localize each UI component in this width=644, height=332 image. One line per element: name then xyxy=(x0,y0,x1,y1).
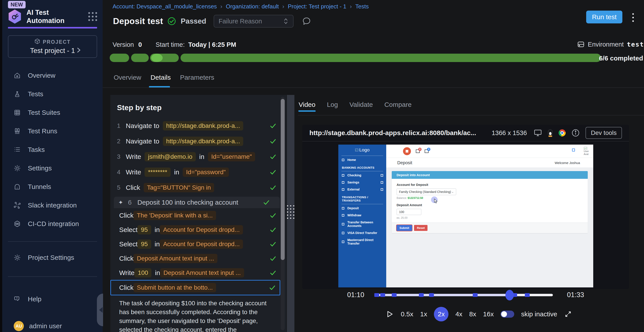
info-icon[interactable] xyxy=(572,129,580,137)
breadcrumb-link[interactable]: Tests xyxy=(355,3,369,10)
step-action-text: Click xyxy=(126,184,140,192)
step-action-text: in xyxy=(155,240,160,248)
comment-icon[interactable] xyxy=(302,16,312,26)
sidebar-item-label: Slack integration xyxy=(28,202,77,209)
sparkle-icon: ✦ xyxy=(118,199,123,206)
sidebar-item-test-runs[interactable]: Test Runs xyxy=(2,122,103,140)
step-target-chip: Deposit Amount text input ... xyxy=(134,254,218,263)
step-action-text: Click xyxy=(119,212,134,219)
video-tabs: VideoLogValidateCompare xyxy=(298,101,412,108)
breadcrumb-link[interactable]: Project: Test project - 1 xyxy=(288,3,346,10)
sidebar-item-tests[interactable]: Tests xyxy=(2,85,103,103)
monitor-icon xyxy=(534,129,542,137)
speed-button-2x[interactable]: 2x xyxy=(434,307,448,322)
environment-value: test xyxy=(627,40,644,48)
play-icon[interactable] xyxy=(386,310,394,318)
step-value-chip: http://stage.dbank.prod-a... xyxy=(163,121,244,130)
step-success-check-icon xyxy=(269,269,277,276)
sidebar-item-label: Test Runs xyxy=(28,127,57,135)
skip-inactive-toggle[interactable] xyxy=(500,310,514,318)
step-action-text: Click xyxy=(119,284,134,292)
timeline-total-time: 01:33 xyxy=(567,291,584,299)
sidebar-item-tunnels[interactable]: Tunnels xyxy=(2,178,103,196)
sidebar-item-test-suites[interactable]: Test Suites xyxy=(2,103,103,122)
step-value-chip: 95 xyxy=(138,240,151,249)
sidebar-item-settings[interactable]: Settings xyxy=(2,159,103,178)
speed-button-1x[interactable]: 1x xyxy=(420,310,427,318)
version-label: Version xyxy=(112,41,134,48)
sidebar-item-ci-cd-integration[interactable]: CI-CD integration xyxy=(2,214,103,233)
app-title: AI Test Automation xyxy=(26,8,70,25)
step-number: 2 xyxy=(117,138,126,145)
speed-button-8x[interactable]: 8x xyxy=(469,310,476,318)
apps-grid-icon[interactable] xyxy=(88,12,97,21)
panel-splitter[interactable] xyxy=(287,95,294,332)
video-stage[interactable]: LogoHomeBANKING ACCOUNTSCheckingSavingsE… xyxy=(302,142,629,288)
timeline-track[interactable] xyxy=(376,294,553,296)
scrollbar-thumb[interactable] xyxy=(281,99,285,260)
step-row[interactable]: Select95inAccount for Deposit dropd... xyxy=(110,222,286,237)
progress-segment-highlight xyxy=(151,54,163,62)
bank-window-icon: 0 xyxy=(425,150,428,153)
fullscreen-icon[interactable] xyxy=(564,310,572,318)
step-row[interactable]: Write100inDeposit Amount text input ... xyxy=(110,266,286,280)
user-menu[interactable]: AU admin user xyxy=(2,317,103,332)
tab-parameters[interactable]: Parameters xyxy=(180,74,214,81)
video-resolution: 1366 x 1536 xyxy=(492,129,527,137)
step-group-label: Deposit 100 into checking account xyxy=(137,199,238,206)
step-row[interactable]: ClickDeposit Amount text input ... xyxy=(110,251,286,266)
bank-sidebar: LogoHomeBANKING ACCOUNTSCheckingSavingsE… xyxy=(338,144,386,288)
breadcrumb-link[interactable]: Account: Devspace_all_module_licenses xyxy=(112,3,217,10)
step-row[interactable]: 3Writejsmith@demo.ioinId="username" xyxy=(110,149,286,164)
step-row[interactable]: 5ClickTag="BUTTON" Sign in xyxy=(110,180,286,195)
step-group-header[interactable]: ✦6Deposit 100 into checking account xyxy=(114,197,280,208)
bank-section-header: TRANSACTIONS / TRANSFERS xyxy=(338,193,386,204)
linux-icon xyxy=(548,129,553,136)
failure-reason-placeholder: Failure Reason xyxy=(218,18,262,25)
tab-overview[interactable]: Overview xyxy=(114,74,141,81)
gear-icon xyxy=(14,165,21,172)
project-selector[interactable]: PROJECT Test project - 1 xyxy=(8,35,97,58)
video-tab-video[interactable]: Video xyxy=(298,101,316,108)
balance-label: Balance: xyxy=(396,196,407,200)
deposit-amount-hint: ex. 25.00 xyxy=(396,216,583,220)
step-row[interactable]: ClickSubmit button at the botto... xyxy=(110,280,280,295)
video-tab-validate[interactable]: Validate xyxy=(349,101,373,108)
tab-details[interactable]: Details xyxy=(150,74,171,81)
step-row[interactable]: 4Write********inId="password" xyxy=(110,164,286,180)
step-success-check-icon xyxy=(269,168,277,176)
speed-button-4x[interactable]: 4x xyxy=(455,310,462,318)
step-row[interactable]: Select95inAccount for Deposit dropd... xyxy=(110,237,286,251)
speed-button-16x[interactable]: 16x xyxy=(483,310,494,318)
sidebar-collapse-handle[interactable] xyxy=(97,294,103,326)
step-row[interactable]: 2Navigate tohttp://stage.dbank.prod-a... xyxy=(110,134,286,149)
failure-reason-select[interactable]: Failure Reason xyxy=(214,15,294,28)
timeline-marker xyxy=(380,293,385,297)
sidebar-item-label: Overview xyxy=(28,72,56,79)
flask-icon xyxy=(14,90,21,98)
timeline-thumb[interactable] xyxy=(506,290,514,300)
sidebar-item-slack-integration[interactable]: Slack integration xyxy=(2,196,103,214)
sidebar-item-project-settings[interactable]: Project Settings xyxy=(2,248,103,267)
speed-button-0.5x[interactable]: 0.5x xyxy=(401,310,413,318)
kebab-menu-icon[interactable] xyxy=(632,13,634,22)
video-tab-compare[interactable]: Compare xyxy=(384,101,412,108)
accent-divider xyxy=(8,27,97,28)
new-badge: NEW xyxy=(8,1,26,8)
sidebar-item-help[interactable]: ?Help xyxy=(2,290,103,308)
dev-tools-button[interactable]: Dev tools xyxy=(586,127,622,139)
step-success-check-icon xyxy=(269,122,277,130)
square-icon xyxy=(342,240,344,243)
sidebar-item-overview[interactable]: Overview xyxy=(2,66,103,85)
step-row[interactable]: 1Navigate tohttp://stage.dbank.prod-a... xyxy=(110,118,286,134)
step-action-text: Write xyxy=(119,269,134,276)
video-tab-log[interactable]: Log xyxy=(327,101,338,108)
run-test-button[interactable]: Run test xyxy=(586,10,622,24)
breadcrumb-link[interactable]: Organization: default xyxy=(226,3,279,10)
main-content: Account: Devspace_all_module_licenses›Or… xyxy=(103,0,644,332)
playback-controls: 0.5x1x2x4x8x16x skip inactive xyxy=(386,306,572,322)
sidebar-item-tasks[interactable]: Tasks xyxy=(2,140,103,159)
bank-submit-button: Submit xyxy=(396,225,412,231)
step-row[interactable]: ClickThe 'Deposit' link with a si... xyxy=(110,208,286,222)
broken-image-icon xyxy=(355,148,358,152)
